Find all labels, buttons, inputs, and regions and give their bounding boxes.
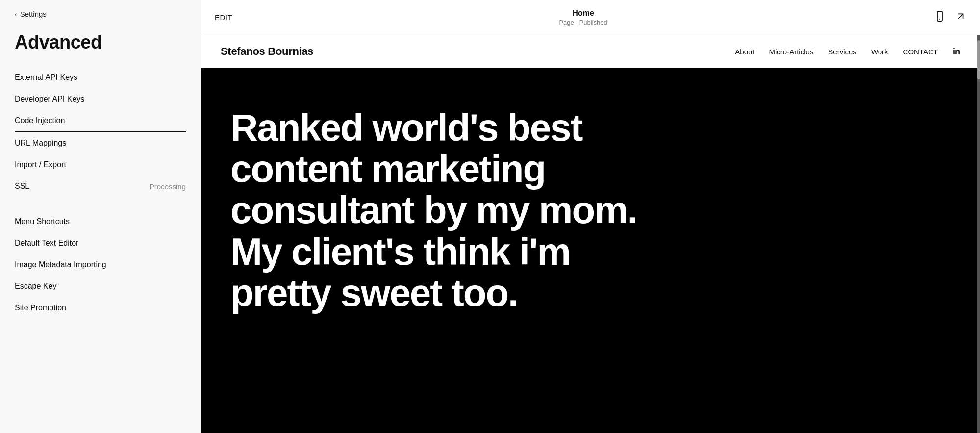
sidebar-item-import-export[interactable]: Import / Export (15, 154, 186, 176)
website-menu-micro-articles[interactable]: Micro-Articles (769, 48, 814, 56)
sidebar-item-external-api-keys[interactable]: External API Keys (15, 67, 186, 88)
topbar-actions (934, 10, 966, 25)
page-title: Home (572, 9, 594, 18)
chevron-left-icon: ‹ (15, 10, 17, 18)
ssl-status-badge: Processing (150, 182, 186, 191)
external-link-icon[interactable] (955, 11, 966, 24)
back-to-settings[interactable]: ‹ Settings (0, 0, 201, 23)
section-gap (15, 197, 186, 211)
sidebar-item-menu-shortcuts[interactable]: Menu Shortcuts (15, 211, 186, 232)
sidebar-navigation: External API Keys Developer API Keys Cod… (0, 67, 201, 319)
website-preview: Stefanos Bournias About Micro-Articles S… (201, 35, 980, 433)
scrollbar[interactable] (977, 35, 980, 433)
topbar-center: Home Page · Published (559, 9, 607, 26)
sidebar-title: Advanced (0, 23, 201, 67)
website-menu: About Micro-Articles Services Work CONTA… (735, 47, 960, 57)
svg-line-2 (958, 14, 963, 18)
scrollbar-thumb (977, 40, 980, 79)
topbar: EDIT Home Page · Published (201, 0, 980, 35)
sidebar-item-image-metadata-importing[interactable]: Image Metadata Importing (15, 254, 186, 276)
svg-rect-0 (937, 11, 942, 21)
sidebar-item-url-mappings[interactable]: URL Mappings (15, 132, 186, 154)
back-label: Settings (20, 10, 47, 18)
hero-text: Ranked world's best content marketing co… (230, 107, 672, 313)
sidebar-item-escape-key[interactable]: Escape Key (15, 276, 186, 297)
website-menu-work[interactable]: Work (871, 48, 888, 56)
website-hero: Ranked world's best content marketing co… (201, 68, 980, 343)
preview-area: EDIT Home Page · Published Stefano (201, 0, 980, 433)
sidebar-item-ssl[interactable]: SSL Processing (15, 176, 186, 197)
sidebar-item-code-injection[interactable]: Code Injection (15, 110, 186, 132)
edit-button[interactable]: EDIT (215, 13, 232, 22)
website-menu-services[interactable]: Services (828, 48, 856, 56)
sidebar-item-default-text-editor[interactable]: Default Text Editor (15, 232, 186, 254)
linkedin-icon[interactable]: in (953, 47, 960, 57)
mobile-preview-icon[interactable] (934, 10, 946, 25)
sidebar-item-site-promotion[interactable]: Site Promotion (15, 297, 186, 319)
website-menu-contact[interactable]: CONTACT (903, 48, 938, 56)
website-logo: Stefanos Bournias (221, 45, 313, 58)
sidebar: ‹ Settings Advanced External API Keys De… (0, 0, 201, 433)
page-subtitle: Page · Published (559, 19, 607, 26)
website-menu-about[interactable]: About (735, 48, 754, 56)
sidebar-item-developer-api-keys[interactable]: Developer API Keys (15, 88, 186, 110)
website-nav: Stefanos Bournias About Micro-Articles S… (201, 35, 980, 68)
